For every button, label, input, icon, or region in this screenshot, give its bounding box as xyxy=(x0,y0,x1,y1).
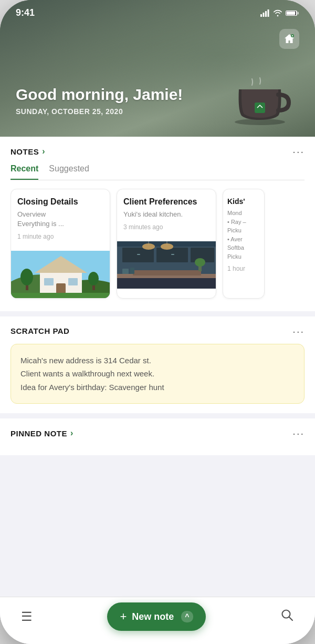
svg-rect-41 xyxy=(117,278,216,289)
pinned-note-header: PINNED NOTE › ··· xyxy=(10,428,304,438)
note-card-closing-subtitle: Overview xyxy=(17,210,103,218)
scratch-pad-title-row: SCRATCH PAD xyxy=(10,326,69,335)
scratch-pad-area[interactable]: Micah's new address is 314 Cedar st. Cli… xyxy=(10,344,304,404)
pinned-note-section: PINNED NOTE › ··· xyxy=(0,418,315,455)
svg-point-20 xyxy=(20,269,33,285)
search-icon[interactable] xyxy=(280,608,294,625)
note-card-client-title: Client Preferences xyxy=(123,197,209,208)
hero-content: Good morning, Jamie! SUNDAY, OCTOBER 25,… xyxy=(16,85,183,116)
svg-rect-30 xyxy=(171,254,174,255)
note-card-closing-image xyxy=(11,251,110,298)
scratch-pad-title: SCRATCH PAD xyxy=(10,326,69,335)
notes-title: NOTES xyxy=(10,147,39,156)
note-card-kids-body: Mond• Ray –Picku• AverSoftbaPicku xyxy=(227,209,260,261)
scratch-pad-header: SCRATCH PAD ··· xyxy=(10,326,304,336)
note-card-closing-time: 1 minute ago xyxy=(17,233,103,240)
note-card-client-prefs[interactable]: Client Preferences Yuki's ideal kitchen.… xyxy=(117,189,216,299)
note-card-client-subtitle: Yuki's ideal kitchen. xyxy=(123,210,209,218)
notes-arrow-icon[interactable]: › xyxy=(42,147,45,156)
status-time: 9:41 xyxy=(16,7,35,18)
svg-rect-3 xyxy=(265,11,267,17)
battery-icon xyxy=(286,9,299,17)
tab-recent[interactable]: Recent xyxy=(10,164,38,180)
new-note-chevron-icon[interactable]: ^ xyxy=(181,611,193,622)
status-icons xyxy=(260,9,299,17)
svg-point-32 xyxy=(142,243,155,250)
note-card-closing-title: Closing Details xyxy=(17,197,103,208)
notes-more-button[interactable]: ··· xyxy=(292,146,304,157)
note-card-closing-details[interactable]: Closing Details Overview Everything is .… xyxy=(10,189,110,299)
svg-rect-23 xyxy=(11,293,110,298)
note-card-kids-title: Kids' xyxy=(227,197,260,206)
note-card-kids-time: 1 hour xyxy=(227,265,260,272)
notes-section: NOTES › ··· Recent Suggested Closing Det… xyxy=(0,137,315,311)
notes-title-row: NOTES › xyxy=(10,147,45,156)
svg-rect-7 xyxy=(287,11,296,15)
bottom-bar: ☰ + New note ^ xyxy=(0,597,315,644)
menu-icon[interactable]: ☰ xyxy=(21,609,33,624)
scratch-pad-text: Micah's new address is 314 Cedar st. Cli… xyxy=(20,354,295,394)
status-bar: 9:41 xyxy=(0,0,315,23)
pinned-note-arrow-icon[interactable]: › xyxy=(70,428,73,438)
wifi-icon xyxy=(273,9,282,17)
svg-rect-36 xyxy=(133,270,201,275)
svg-point-22 xyxy=(88,272,99,285)
notes-cards-scroll: Closing Details Overview Everything is .… xyxy=(10,189,304,302)
svg-rect-10 xyxy=(255,103,265,113)
pinned-note-title-row: PINNED NOTE › xyxy=(10,428,73,438)
scratch-pad-more-button[interactable]: ··· xyxy=(292,326,304,336)
pinned-note-title: PINNED NOTE xyxy=(10,429,67,438)
signal-icon xyxy=(260,9,270,17)
svg-point-34 xyxy=(161,243,173,250)
hero-greeting: Good morning, Jamie! xyxy=(16,85,183,104)
svg-rect-16 xyxy=(44,278,54,285)
svg-rect-1 xyxy=(260,14,262,17)
pinned-note-more-button[interactable]: ··· xyxy=(292,428,304,438)
note-card-kids-partial[interactable]: Kids' Mond• Ray –Picku• AverSoftbaPicku … xyxy=(223,189,265,299)
svg-rect-4 xyxy=(268,9,269,17)
phone-frame: 9:41 xyxy=(0,0,315,644)
svg-rect-17 xyxy=(68,278,78,285)
scratch-pad-section: SCRATCH PAD ··· Micah's new address is 3… xyxy=(0,316,315,414)
scroll-content: NOTES › ··· Recent Suggested Closing Det… xyxy=(0,137,315,644)
new-note-plus-icon: + xyxy=(120,610,127,623)
tab-suggested[interactable]: Suggested xyxy=(49,164,89,180)
notes-tabs: Recent Suggested xyxy=(10,164,304,180)
new-note-label: New note xyxy=(132,611,174,622)
hero-date: SUNDAY, OCTOBER 25, 2020 xyxy=(16,107,183,116)
note-card-client-content: Client Preferences Yuki's ideal kitchen.… xyxy=(117,189,216,241)
note-card-closing-content: Closing Details Overview Everything is .… xyxy=(11,189,110,251)
note-card-client-time: 3 minutes ago xyxy=(123,223,209,231)
svg-rect-2 xyxy=(263,13,265,17)
svg-rect-39 xyxy=(122,269,129,274)
hero-section: 9:41 xyxy=(0,0,315,137)
svg-rect-8 xyxy=(298,12,299,14)
svg-rect-40 xyxy=(130,268,134,274)
svg-point-38 xyxy=(195,258,205,267)
note-card-kids-content: Kids' Mond• Ray –Picku• AverSoftbaPicku … xyxy=(223,189,264,283)
notes-header: NOTES › ··· xyxy=(10,146,304,157)
svg-rect-29 xyxy=(137,254,140,255)
svg-line-43 xyxy=(289,617,293,621)
new-note-button[interactable]: + New note ^ xyxy=(107,602,205,631)
note-card-client-image xyxy=(117,241,216,289)
coffee-cup xyxy=(231,74,294,126)
house-icon-button[interactable] xyxy=(279,29,299,49)
note-card-closing-preview: Everything is ... xyxy=(17,220,103,228)
